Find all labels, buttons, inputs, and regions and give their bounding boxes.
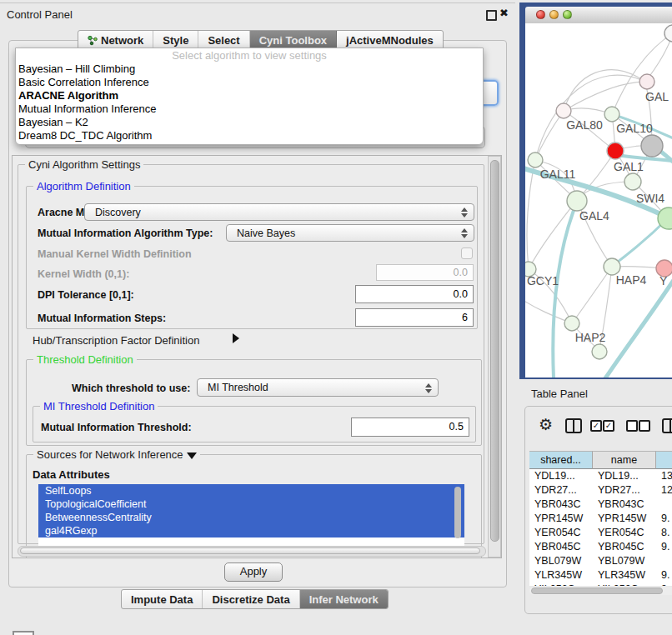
table-row[interactable]: YBR045CYBR045C9. bbox=[529, 540, 672, 554]
table-cell: 12 bbox=[656, 483, 672, 498]
table-cell: 9. bbox=[656, 512, 672, 526]
table-row[interactable]: YER054CYER054C8. bbox=[529, 526, 672, 540]
node-label: GAL4 bbox=[579, 209, 609, 222]
mi-threshold-field[interactable]: 0.5 bbox=[351, 418, 469, 437]
node-label: GCY1 bbox=[527, 274, 559, 288]
collapse-arrow-icon[interactable] bbox=[187, 452, 197, 459]
network-node[interactable] bbox=[592, 344, 607, 359]
network-edge[interactable] bbox=[564, 82, 645, 111]
network-graph[interactable]: GALGAL80GAL10GAL1GAL11SWI4GAL4GCY1HAP4YH… bbox=[525, 23, 672, 378]
close-traffic-light-icon[interactable] bbox=[536, 10, 545, 19]
minimized-panel-icon[interactable] bbox=[13, 631, 34, 635]
network-node-gal10[interactable] bbox=[604, 107, 619, 122]
bottom-tab-infer-network[interactable]: Infer Network bbox=[300, 590, 388, 608]
network-edge[interactable] bbox=[553, 202, 577, 378]
table-row[interactable]: YBR043CYBR043C bbox=[529, 498, 672, 512]
table-hscrollbar[interactable] bbox=[529, 587, 672, 595]
mi-steps-field[interactable]: 6 bbox=[355, 308, 474, 327]
network-edge[interactable] bbox=[572, 267, 612, 323]
bottom-tab-impute-data[interactable]: Impute Data bbox=[122, 590, 203, 608]
table-cell: YDR27... bbox=[593, 483, 656, 498]
algorithm-option-aracne-algorithm[interactable]: ARACNE Algorithm bbox=[16, 89, 483, 102]
aracne-mode-combobox[interactable]: Discovery bbox=[84, 203, 474, 221]
network-node-hap4[interactable] bbox=[604, 258, 620, 275]
table-cell: YPR145W bbox=[593, 512, 656, 526]
table-row[interactable]: YDL19...YDL19...13 bbox=[529, 469, 672, 483]
settings-vscrollbar[interactable] bbox=[488, 156, 501, 558]
table-row[interactable]: YPR145WYPR145W9. bbox=[529, 512, 672, 526]
network-node-hap2[interactable] bbox=[564, 316, 579, 331]
table-row[interactable]: YIL052CYIL052C9. bbox=[529, 582, 672, 586]
algorithm-option-dream8-dc-tdc-algorithm[interactable]: Dream8 DC_TDC Algorithm bbox=[16, 129, 483, 142]
network-node-swi4[interactable] bbox=[624, 173, 641, 190]
close-panel-icon[interactable]: ✖ bbox=[499, 7, 509, 19]
network-node-gal4[interactable] bbox=[567, 191, 587, 211]
algorithm-option-basic-correlation-inference[interactable]: Basic Correlation Inference bbox=[16, 76, 483, 89]
tab-jactivemnodules[interactable]: jActiveMNodules bbox=[337, 31, 443, 49]
unchecked-checkbox-icon[interactable] bbox=[639, 420, 650, 432]
minimize-traffic-light-icon[interactable] bbox=[549, 10, 559, 19]
column-header-a[interactable]: A bbox=[656, 451, 672, 469]
tab-cyni-toolbox[interactable]: Cyni Toolbox bbox=[250, 31, 337, 49]
tab-select[interactable]: Select bbox=[198, 31, 249, 49]
checked-checkbox-icon[interactable]: ✓ bbox=[603, 420, 614, 432]
table-row[interactable]: YLR345WYLR345W9. bbox=[529, 568, 672, 582]
tab-network[interactable]: Network bbox=[78, 31, 153, 49]
apply-button[interactable]: Apply bbox=[224, 562, 283, 582]
mi-algorithm-type-combobox[interactable]: Naive Bayes bbox=[226, 224, 474, 242]
data-attributes-list[interactable]: SelfLoopsTopologicalCoefficientBetweenne… bbox=[38, 484, 464, 546]
table-cell: 8. bbox=[656, 526, 672, 540]
algorithm-option-bayesian-k2[interactable]: Bayesian – K2 bbox=[16, 116, 483, 129]
network-node-gal[interactable] bbox=[639, 74, 654, 89]
table-cell bbox=[656, 554, 672, 568]
network-canvas[interactable]: GALGAL80GAL10GAL1GAL11SWI4GAL4GCY1HAP4YH… bbox=[525, 23, 672, 378]
network-node[interactable] bbox=[641, 135, 663, 157]
column-header-name[interactable]: name bbox=[593, 451, 656, 469]
threshold-definition-legend: Threshold Definition bbox=[33, 353, 137, 366]
column-header-shared[interactable]: shared... bbox=[529, 451, 593, 469]
network-edge[interactable] bbox=[535, 111, 564, 160]
columns-icon[interactable] bbox=[565, 418, 582, 433]
settings-hscrollbar[interactable] bbox=[18, 546, 486, 557]
algorithm-option-mutual-information-inference[interactable]: Mutual Information Inference bbox=[16, 102, 483, 116]
partial-toolbar-icon[interactable] bbox=[662, 418, 672, 433]
table-hscrollbar-thumb[interactable] bbox=[531, 588, 663, 594]
table-row[interactable]: YDR27...YDR27...12 bbox=[529, 483, 672, 498]
network-node-gal11[interactable] bbox=[528, 152, 543, 168]
mi-steps-label: Mutual Information Steps: bbox=[38, 312, 166, 324]
expander-arrow-icon[interactable] bbox=[233, 333, 239, 343]
attribute-item-gal4rgexp[interactable]: gal4RGexp bbox=[38, 524, 464, 538]
network-edge[interactable] bbox=[529, 200, 577, 269]
network-node-gal1[interactable] bbox=[607, 142, 624, 159]
tab-style[interactable]: Style bbox=[153, 31, 198, 49]
float-panel-icon[interactable] bbox=[486, 10, 497, 21]
table-cell bbox=[656, 498, 672, 512]
mi-threshold-definition-legend: MI Threshold Definition bbox=[40, 400, 158, 412]
table-row[interactable]: YBL079WYBL079W bbox=[529, 554, 672, 568]
network-node-gal80[interactable] bbox=[556, 103, 571, 118]
hub-tf-definition-expander[interactable]: Hub/Transcription Factor Definition bbox=[33, 334, 199, 347]
dpi-tolerance-field[interactable]: 0.0 bbox=[355, 285, 474, 303]
checked-checkbox-icon[interactable]: ✓ bbox=[590, 420, 602, 432]
attribute-item-betweennesscentrality[interactable]: BetweennessCentrality bbox=[38, 511, 464, 524]
settings-vscrollbar-thumb[interactable] bbox=[490, 160, 499, 542]
network-node[interactable] bbox=[664, 25, 672, 42]
sources-legend[interactable]: Sources for Network Inference bbox=[33, 448, 200, 461]
algorithm-option-bayesian-hill-climbing[interactable]: Bayesian – Hill Climbing bbox=[16, 62, 483, 76]
network-edge[interactable] bbox=[527, 160, 535, 269]
attribute-item-selfloops[interactable]: SelfLoops bbox=[38, 484, 464, 498]
network-window-titlebar[interactable] bbox=[525, 7, 672, 24]
settings-hscrollbar-thumb[interactable] bbox=[20, 548, 480, 554]
mi-algorithm-type-label: Mutual Information Algorithm Type: bbox=[38, 228, 213, 239]
settings-scrollpane: Cyni Algorithm Settings Algorithm Defini… bbox=[12, 155, 502, 558]
table-cell: 9. bbox=[656, 582, 672, 586]
manual-kernel-width-label: Manual Kernel Width Definition bbox=[38, 248, 192, 260]
which-threshold-combobox[interactable]: MI Threshold bbox=[197, 378, 439, 397]
attribute-item-topologicalcoefficient[interactable]: TopologicalCoefficient bbox=[38, 498, 464, 511]
list-scrollbar-thumb[interactable] bbox=[454, 487, 461, 538]
unchecked-checkbox-icon[interactable] bbox=[626, 420, 638, 432]
network-icon bbox=[88, 35, 98, 46]
zoom-traffic-light-icon[interactable] bbox=[563, 10, 572, 19]
gear-icon[interactable]: ⚙ bbox=[539, 415, 553, 434]
bottom-tab-discretize-data[interactable]: Discretize Data bbox=[203, 590, 299, 608]
